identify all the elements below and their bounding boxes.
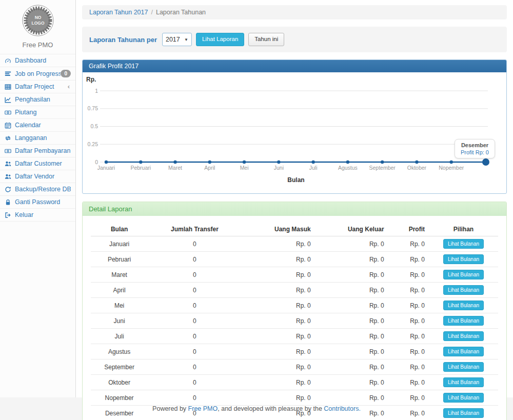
view-monthly-button[interactable]: Lihat Bulanan (443, 316, 484, 326)
sidebar-item-label: Daftar Project (15, 83, 68, 90)
sidebar-item-daftar-project[interactable]: Daftar Project‹ (0, 81, 75, 93)
sidebar-item-ganti-password[interactable]: Ganti Password (0, 196, 75, 209)
sidebar-item-keluar[interactable]: Keluar (0, 209, 75, 222)
year-select[interactable]: 2017 ▼ (162, 33, 192, 46)
this-year-button[interactable]: Tahun ini (248, 33, 284, 46)
retweet-icon (5, 135, 12, 142)
sidebar-menu: DashboardJob on Progress0Daftar Project‹… (0, 54, 75, 222)
cell-jumlah-transfer: 0 (148, 329, 242, 344)
view-monthly-button[interactable]: Lihat Bulanan (443, 347, 484, 356)
view-monthly-button[interactable]: Lihat Bulanan (443, 270, 484, 279)
sidebar-item-backup-restore-db[interactable]: Backup/Restore DB (0, 183, 75, 196)
cell-profit: Rp. 0 (388, 298, 429, 313)
svg-text:1: 1 (95, 88, 98, 94)
cell-profit: Rp. 0 (388, 390, 429, 406)
cell-pilihan: Lihat Bulanan (429, 359, 498, 375)
sidebar: NO LOGO Free PMO DashboardJob on Progres… (0, 0, 76, 397)
view-monthly-button[interactable]: Lihat Bulanan (443, 408, 484, 418)
cell-jumlah-transfer: 0 (148, 359, 242, 375)
cell-profit: Rp. 0 (388, 283, 429, 298)
table-row: Pebruari0Rp. 0Rp. 0Rp. 0Lihat Bulanan (91, 252, 498, 267)
svg-text:Juni: Juni (274, 165, 284, 171)
col-header-pilihan: Pilihan (429, 223, 498, 236)
svg-text:Bulan: Bulan (287, 176, 304, 184)
sidebar-item-job-on-progress[interactable]: Job on Progress0 (0, 67, 75, 81)
view-monthly-button[interactable]: Lihat Bulanan (443, 377, 484, 387)
footer-link-contributors[interactable]: Contributors. (324, 405, 361, 412)
view-report-button[interactable]: Lihat Laporan (196, 33, 244, 46)
cell-uang-keluar: Rp. 0 (315, 329, 388, 344)
svg-text:Rp.: Rp. (86, 76, 96, 83)
table-row: September0Rp. 0Rp. 0Rp. 0Lihat Bulanan (91, 359, 498, 375)
cell-uang-keluar: Rp. 0 (315, 359, 388, 375)
sidebar-item-calendar[interactable]: Calendar (0, 119, 75, 132)
svg-text:Mei: Mei (240, 165, 249, 171)
view-monthly-button[interactable]: Lihat Bulanan (443, 393, 484, 403)
cell-profit: Rp. 0 (388, 344, 429, 359)
sidebar-item-piutang[interactable]: Piutang (0, 106, 75, 119)
svg-text:0.75: 0.75 (88, 105, 98, 111)
svg-text:Januari: Januari (97, 165, 115, 171)
profit-line-chart[interactable]: Rp.10.750.50.250JanuariPebruariMaretApri… (83, 72, 506, 193)
year-select-value: 2017 (166, 36, 180, 43)
cell-pilihan: Lihat Bulanan (429, 313, 498, 329)
cell-uang-keluar: Rp. 0 (315, 344, 388, 359)
cell-bulan: Mei (91, 298, 148, 313)
cell-bulan: Juli (91, 329, 148, 344)
cell-jumlah-transfer: 0 (148, 236, 242, 252)
money-icon (5, 109, 12, 116)
cell-pilihan: Lihat Bulanan (429, 267, 498, 283)
sidebar-item-penghasilan[interactable]: Penghasilan (0, 93, 75, 106)
cell-uang-masuk: Rp. 0 (242, 359, 315, 375)
svg-text:0: 0 (95, 159, 98, 165)
cell-profit: Rp. 0 (388, 267, 429, 283)
detail-report-panel: Detail Laporan Bulan Jumlah Transfer Uan… (82, 202, 507, 420)
sidebar-item-daftar-customer[interactable]: Daftar Customer (0, 157, 75, 170)
no-logo-image: NO LOGO (22, 4, 54, 37)
svg-text:September: September (369, 165, 396, 171)
view-monthly-button[interactable]: Lihat Bulanan (443, 301, 484, 310)
chart-tooltip-title: Desember (461, 142, 489, 148)
calendar-icon (5, 122, 12, 129)
sidebar-item-dashboard[interactable]: Dashboard (0, 54, 75, 67)
sidebar-item-label: Langganan (15, 134, 71, 142)
breadcrumb-current: Laporan Tahunan (156, 9, 206, 16)
col-header-profit: Profit (388, 223, 429, 236)
logo-block: NO LOGO Free PMO (0, 0, 75, 49)
sidebar-item-daftar-pembayaran[interactable]: Daftar Pembayaran (0, 145, 75, 157)
footer-link-freepmo[interactable]: Free PMO (188, 405, 218, 412)
cell-uang-keluar: Rp. 0 (315, 236, 388, 252)
col-header-uang-masuk: Uang Masuk (242, 223, 315, 236)
cell-uang-masuk: Rp. 0 (242, 298, 315, 313)
view-monthly-button[interactable]: Lihat Bulanan (443, 331, 484, 341)
cell-profit: Rp. 0 (388, 359, 429, 375)
cell-jumlah-transfer: 0 (148, 283, 242, 298)
view-monthly-button[interactable]: Lihat Bulanan (443, 239, 484, 249)
cell-jumlah-transfer: 0 (148, 390, 242, 406)
cell-pilihan: Lihat Bulanan (429, 298, 498, 313)
breadcrumb-separator: / (151, 9, 152, 16)
cell-pilihan: Lihat Bulanan (429, 236, 498, 252)
svg-text:Oktober: Oktober (407, 165, 427, 171)
cell-profit: Rp. 0 (388, 329, 429, 344)
sidebar-item-langganan[interactable]: Langganan (0, 132, 75, 145)
svg-text:0.25: 0.25 (88, 141, 98, 147)
sidebar-item-label: Backup/Restore DB (15, 186, 71, 193)
sidebar-item-label: Dashboard (15, 57, 71, 64)
table-row: Agustus0Rp. 0Rp. 0Rp. 0Lihat Bulanan (91, 344, 498, 359)
view-monthly-button[interactable]: Lihat Bulanan (443, 254, 484, 264)
sidebar-item-daftar-vendor[interactable]: Daftar Vendor (0, 170, 75, 183)
year-filter-label: Laporan Tahunan per (89, 36, 157, 44)
cell-jumlah-transfer: 0 (148, 344, 242, 359)
sidebar-item-label: Piutang (15, 109, 71, 116)
chart-tooltip: Desember Profit Rp: 0 (455, 139, 495, 158)
breadcrumb-link[interactable]: Laporan Tahun 2017 (89, 9, 148, 16)
sidebar-item-label: Calendar (15, 122, 71, 129)
table-row: Maret0Rp. 0Rp. 0Rp. 0Lihat Bulanan (91, 267, 498, 283)
view-monthly-button[interactable]: Lihat Bulanan (443, 285, 484, 295)
chart-panel-title: Grafik Profit 2017 (83, 60, 506, 72)
line-chart-icon (5, 96, 12, 103)
breadcrumb: Laporan Tahun 2017/Laporan Tahunan (82, 5, 507, 19)
cell-bulan: Nopember (91, 390, 148, 406)
view-monthly-button[interactable]: Lihat Bulanan (443, 362, 484, 372)
